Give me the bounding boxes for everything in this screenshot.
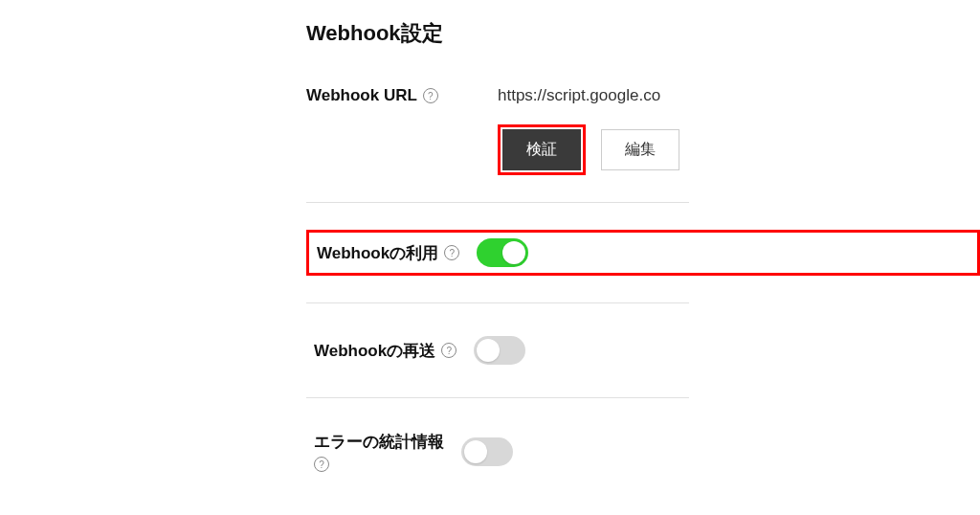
divider [306, 302, 689, 303]
webhook-resend-row: Webhookの再送 ? [306, 330, 980, 370]
section-title: Webhook設定 [306, 19, 980, 48]
error-stats-row: エラーの統計情報 ? [306, 425, 980, 478]
webhook-url-value: https://script.google.co [498, 86, 660, 105]
toggle-knob [464, 440, 487, 463]
help-icon[interactable]: ? [314, 457, 329, 472]
help-icon[interactable]: ? [423, 88, 438, 103]
verify-button-highlight: 検証 [498, 124, 586, 175]
webhook-url-row: Webhook URL ? https://script.google.co [306, 86, 980, 105]
error-stats-label: エラーの統計情報 [314, 431, 444, 453]
edit-button[interactable]: 編集 [601, 129, 679, 170]
toggle-knob [477, 339, 500, 362]
divider [306, 202, 689, 203]
help-icon[interactable]: ? [444, 245, 459, 260]
verify-button[interactable]: 検証 [502, 129, 581, 170]
help-icon[interactable]: ? [441, 343, 457, 358]
webhook-url-label: Webhook URL [306, 86, 417, 105]
divider [306, 397, 689, 398]
toggle-knob [502, 241, 525, 264]
webhook-resend-label: Webhookの再送 [314, 340, 435, 362]
webhook-url-buttons: 検証 編集 [498, 124, 980, 175]
webhook-use-label: Webhookの利用 [317, 242, 438, 264]
webhook-use-row: Webhookの利用 ? [306, 230, 980, 276]
webhook-use-toggle[interactable] [477, 238, 528, 267]
error-stats-toggle[interactable] [461, 437, 513, 466]
webhook-resend-toggle[interactable] [474, 336, 525, 365]
